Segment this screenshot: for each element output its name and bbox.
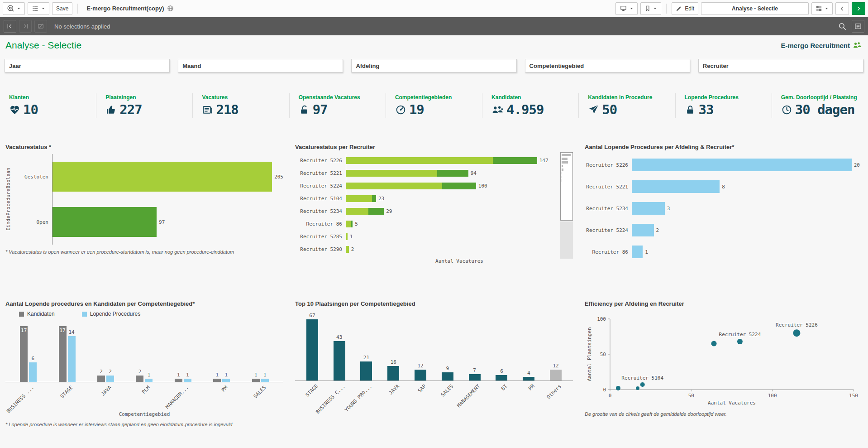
selections-forward-button[interactable]	[19, 20, 32, 33]
category-label: Open	[12, 219, 52, 225]
bar[interactable]: 1	[184, 379, 191, 382]
next-sheet-button[interactable]	[852, 2, 865, 15]
bar[interactable]: 2	[136, 376, 143, 382]
top10-plaatsingen-bar-chart[interactable]: 6743211612976412STAGEBUSINESS C...YOUNG …	[295, 315, 573, 414]
kpi-label: Lopende Procedures	[685, 94, 770, 101]
kpi-label: Competentiegebieden	[395, 94, 480, 101]
chevron-down-icon	[653, 6, 657, 10]
bar[interactable]: 12	[550, 370, 562, 381]
bar[interactable]: 1	[175, 379, 182, 382]
bar[interactable]: 8	[632, 180, 863, 193]
bar[interactable]: 1	[222, 379, 230, 382]
clear-selections-button[interactable]	[34, 20, 47, 33]
bar[interactable]: 67	[306, 319, 318, 381]
bar[interactable]: 17	[59, 326, 67, 382]
chart-scrollbar[interactable]	[560, 152, 573, 262]
bar[interactable]: 100	[346, 183, 554, 189]
vacaturestatus-bar-chart[interactable]: EindeProcedureBooleanGesloten205Open97	[5, 154, 283, 245]
selections-tool-button[interactable]	[852, 20, 864, 33]
bookmark-button[interactable]	[640, 2, 661, 15]
chart-panel-top10-plaatsingen: Top 10 Plaatsingen per Competentiegebied…	[295, 300, 573, 427]
kpi-label: Vacatures	[202, 94, 287, 101]
vacaturestatus-per-recruiter-bar-chart[interactable]: Recruiter 5226147Recruiter 522194Recruit…	[295, 154, 573, 264]
filter-competentiegebied[interactable]: Competentiegebied	[525, 59, 690, 72]
edit-button[interactable]: Edit	[672, 2, 698, 15]
bar[interactable]: 1	[252, 379, 260, 382]
bar[interactable]: 20	[632, 159, 863, 171]
bar[interactable]: 97	[52, 207, 283, 237]
bar[interactable]: 3	[632, 202, 863, 215]
bar[interactable]: 1	[346, 233, 554, 240]
sheet-list-button[interactable]	[28, 2, 49, 15]
bar[interactable]: 14	[68, 336, 76, 382]
category-label: Recruiter 5104	[295, 196, 346, 202]
bar[interactable]: 2	[346, 246, 554, 253]
sheet-grid-button[interactable]	[811, 2, 833, 15]
bar[interactable]: 4	[523, 377, 534, 381]
kpi-lopende-procedures: Lopende Procedures 33	[675, 93, 772, 118]
filter-maand[interactable]: Maand	[178, 59, 343, 72]
scatter-point[interactable]	[616, 386, 620, 390]
category-label: Recruiter 5224	[585, 227, 632, 233]
bar[interactable]: 6	[29, 362, 37, 382]
toolbar-divider	[666, 4, 667, 14]
filter-recruiter[interactable]: Recruiter	[698, 59, 863, 72]
category-label: BI	[488, 381, 515, 414]
selections-forward-icon	[22, 23, 29, 30]
selections-back-button[interactable]	[4, 20, 16, 33]
smart-search-button[interactable]	[835, 19, 849, 33]
value-label: 97	[159, 219, 165, 225]
app-options-button[interactable]	[3, 2, 25, 15]
presentation-button[interactable]	[615, 2, 638, 15]
category-label: JAVA	[86, 382, 125, 410]
scatter-point[interactable]	[711, 341, 717, 347]
bar[interactable]: 2	[97, 376, 105, 382]
bar[interactable]: 21	[360, 361, 372, 381]
efficiency-scatter-chart[interactable]: 050100150050100Aantal VacaturesAantal Pl…	[585, 311, 863, 407]
save-button[interactable]: Save	[52, 2, 72, 15]
bar[interactable]: 5	[346, 221, 554, 227]
bar[interactable]: 17	[20, 326, 28, 382]
scatter-plot[interactable]: 050100150050100Aantal VacaturesAantal Pl…	[585, 311, 863, 407]
bar[interactable]: 2	[632, 224, 863, 236]
procedures-kandidaten-grouped-bar-chart[interactable]: KandidatenLopende Procedures176171422211…	[5, 311, 283, 417]
bar[interactable]: 205	[52, 162, 283, 192]
kpi-klanten: Klanten 10	[0, 93, 96, 118]
scatter-point[interactable]	[737, 339, 743, 344]
scatter-point[interactable]	[640, 382, 645, 387]
filter-afdeling[interactable]: Afdeling	[351, 59, 516, 72]
bar[interactable]: 29	[346, 208, 554, 215]
kpi-plaatsingen: Plaatsingen 227	[96, 93, 192, 118]
bar[interactable]: 147	[346, 157, 554, 164]
bar[interactable]: 23	[346, 195, 554, 202]
value-label: 2	[351, 246, 354, 252]
bar[interactable]: 1	[261, 379, 269, 382]
bar[interactable]: 94	[346, 170, 554, 177]
lopende-procedures-bar-chart[interactable]: Recruiter 522620Recruiter 52218Recruiter…	[585, 154, 863, 263]
scatter-point[interactable]	[793, 329, 800, 337]
previous-sheet-button[interactable]	[835, 2, 849, 15]
scatter-point[interactable]	[636, 386, 639, 390]
chart-title: Efficiency per Afdeling en Recruiter	[585, 300, 863, 307]
bar[interactable]: 2	[106, 376, 114, 382]
chevron-down-icon	[17, 6, 21, 10]
kpi-openstaande-vacatures: Openstaande Vacatures 97	[289, 93, 386, 118]
bar[interactable]: 9	[442, 372, 453, 381]
sheet-title-button[interactable]: Analyse - Selectie	[701, 2, 809, 15]
bar[interactable]: 7	[469, 374, 481, 381]
svg-text:Recruiter 5104: Recruiter 5104	[621, 375, 663, 381]
category-label: YOUNG PRO...	[353, 381, 380, 414]
x-axis-title: Aantal Vacatures	[295, 258, 573, 264]
bar[interactable]: 1	[632, 246, 863, 258]
kpi-competentiegebieden: Competentiegebieden 19	[386, 93, 482, 118]
bar[interactable]: 43	[334, 341, 345, 381]
search-icon	[838, 22, 847, 31]
bar[interactable]: 16	[387, 366, 399, 381]
value-label: 100	[478, 183, 487, 189]
filter-jaar[interactable]: Jaar	[5, 59, 170, 72]
bar[interactable]: 12	[415, 370, 426, 381]
bar[interactable]: 6	[496, 375, 507, 381]
bar[interactable]: 1	[145, 379, 153, 382]
sheet-selector-label: Analyse - Selectie	[732, 5, 778, 12]
bar[interactable]: 1	[213, 379, 221, 382]
